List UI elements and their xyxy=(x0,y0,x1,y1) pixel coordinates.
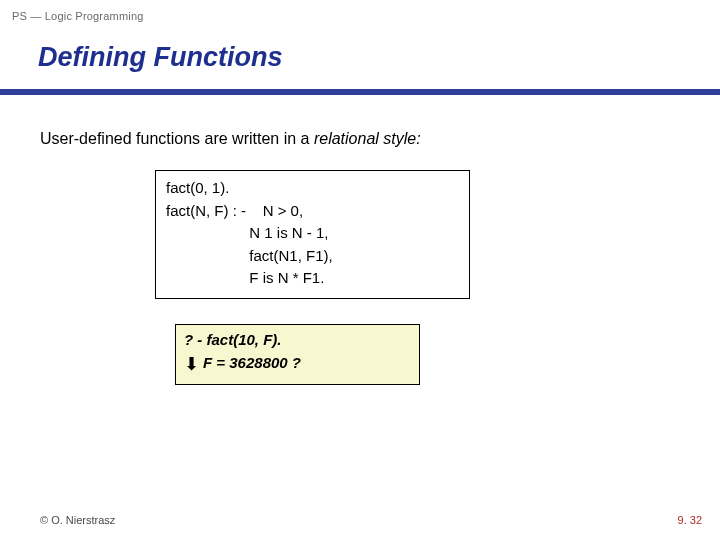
down-arrow-icon: ⬇ xyxy=(184,351,199,378)
query-output: ⬇F = 3628800 ? xyxy=(184,351,411,378)
query-box: ? - fact(10, F). ⬇F = 3628800 ? xyxy=(175,324,420,386)
course-header: PS — Logic Programming xyxy=(0,0,720,22)
footer-author: © O. Nierstrasz xyxy=(40,514,115,526)
slide-title: Defining Functions xyxy=(0,22,720,83)
footer-page-number: 9. 32 xyxy=(678,514,702,526)
intro-prefix: User-defined functions are written in a xyxy=(40,130,314,147)
intro-emphasis: relational style: xyxy=(314,130,421,147)
query-input: ? - fact(10, F). xyxy=(184,329,411,352)
code-definition-box: fact(0, 1). fact(N, F) : - N > 0, N 1 is… xyxy=(155,170,470,299)
intro-text: User-defined functions are written in a … xyxy=(0,95,720,148)
query-result: F = 3628800 ? xyxy=(203,354,301,371)
